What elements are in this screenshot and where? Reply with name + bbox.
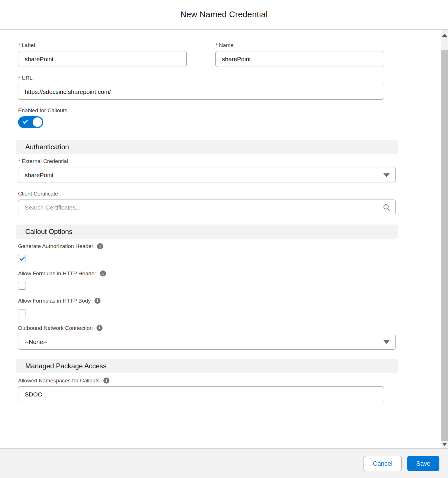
info-icon[interactable]: i: [97, 243, 103, 249]
new-named-credential-modal: New Named Credential * Label * Name: [0, 0, 448, 478]
info-icon[interactable]: i: [96, 325, 103, 331]
name-field-label: * Name: [215, 42, 384, 48]
generate-authorization-header-label-text: Generate Authorization Header: [18, 243, 93, 249]
allowed-namespaces-group: Allowed Namespaces for Callouts i: [18, 378, 441, 402]
name-field-group: * Name: [215, 42, 384, 67]
external-credential-value: sharePoint: [25, 172, 53, 179]
allowed-namespaces-label-text: Allowed Namespaces for Callouts: [18, 378, 100, 384]
info-icon[interactable]: i: [103, 378, 109, 384]
allow-formulas-http-body-group: Allow Formulas in HTTP Body i: [18, 298, 441, 317]
enabled-for-callouts-label-text: Enabled for Callouts: [18, 108, 67, 113]
callout-options-section-header: Callout Options: [16, 225, 398, 239]
url-field-label: * URL: [18, 75, 441, 81]
save-button[interactable]: Save: [407, 456, 439, 471]
callout-options-heading: Callout Options: [25, 228, 72, 236]
allow-formulas-http-header-group: Allow Formulas in HTTP Header i: [18, 270, 441, 290]
allow-formulas-http-body-label: Allow Formulas in HTTP Body i: [18, 298, 441, 304]
search-icon: [383, 204, 391, 212]
required-marker: *: [18, 158, 20, 164]
toggle-knob: [33, 117, 42, 127]
required-marker: *: [18, 75, 20, 81]
client-certificate-label-text: Client Certificate: [18, 191, 58, 197]
page-title: New Named Credential: [180, 10, 268, 19]
scroll-up-icon[interactable]: [442, 34, 447, 37]
vertical-scrollbar[interactable]: [441, 30, 448, 448]
required-marker: *: [18, 42, 20, 48]
client-certificate-label: Client Certificate: [18, 191, 441, 197]
label-name-row: * Label * Name: [18, 42, 441, 67]
url-input[interactable]: [18, 84, 384, 100]
outbound-network-connection-select[interactable]: --None--: [18, 334, 396, 350]
label-field-label: * Label: [18, 42, 187, 48]
authentication-section-header: Authentication: [16, 140, 398, 154]
allow-formulas-http-header-label: Allow Formulas in HTTP Header i: [18, 270, 441, 276]
generate-authorization-header-label: Generate Authorization Header i: [18, 243, 441, 249]
managed-package-access-heading: Managed Package Access: [25, 362, 107, 370]
allow-formulas-http-header-label-text: Allow Formulas in HTTP Header: [18, 271, 96, 276]
modal-scroll-content: * Label * Name * URL: [0, 30, 441, 448]
external-credential-select[interactable]: sharePoint: [18, 167, 396, 183]
outbound-network-connection-label: Outbound Network Connection i: [18, 325, 441, 331]
client-certificate-search-input[interactable]: [18, 200, 396, 215]
check-icon: [23, 118, 28, 123]
allowed-namespaces-input[interactable]: [18, 386, 384, 402]
allow-formulas-http-header-checkbox[interactable]: [18, 282, 26, 290]
name-field-label-text: Name: [219, 42, 233, 48]
allow-formulas-http-body-checkbox[interactable]: [18, 309, 26, 317]
label-field-label-text: Label: [22, 42, 35, 48]
modal-header: New Named Credential: [0, 0, 448, 29]
chevron-down-icon: [383, 340, 390, 344]
outbound-network-connection-value: --None--: [25, 338, 47, 345]
cancel-button[interactable]: Cancel: [364, 456, 402, 471]
url-field-group: * URL: [18, 75, 441, 100]
generate-authorization-header-group: Generate Authorization Header i: [18, 243, 441, 262]
allowed-namespaces-label: Allowed Namespaces for Callouts i: [18, 378, 441, 384]
label-input[interactable]: [18, 51, 187, 67]
allow-formulas-http-body-label-text: Allow Formulas in HTTP Body: [18, 298, 91, 304]
info-icon[interactable]: i: [94, 298, 101, 304]
outbound-network-connection-group: Outbound Network Connection i --None--: [18, 325, 441, 350]
external-credential-label-text: External Credential: [22, 158, 68, 164]
client-certificate-search-wrap: [18, 200, 396, 215]
external-credential-group: * External Credential sharePoint: [18, 158, 441, 183]
client-certificate-group: Client Certificate: [18, 191, 441, 215]
enabled-for-callouts-label: Enabled for Callouts: [18, 108, 441, 113]
authentication-heading: Authentication: [25, 143, 69, 151]
url-field-label-text: URL: [22, 75, 32, 81]
external-credential-label: * External Credential: [18, 158, 441, 164]
scrollbar-thumb[interactable]: [441, 50, 448, 441]
generate-authorization-header-checkbox[interactable]: [18, 255, 26, 262]
scroll-down-icon[interactable]: [442, 443, 447, 446]
managed-package-access-section-header: Managed Package Access: [16, 359, 398, 373]
modal-footer: Cancel Save: [0, 448, 448, 478]
info-icon[interactable]: i: [100, 270, 106, 276]
label-field-group: * Label: [18, 42, 187, 67]
enabled-for-callouts-toggle[interactable]: [18, 116, 43, 128]
outbound-network-connection-label-text: Outbound Network Connection: [18, 325, 93, 331]
name-input[interactable]: [215, 51, 384, 67]
required-marker: *: [215, 42, 217, 48]
enabled-for-callouts-group: Enabled for Callouts: [18, 108, 441, 128]
chevron-down-icon: [383, 173, 390, 177]
